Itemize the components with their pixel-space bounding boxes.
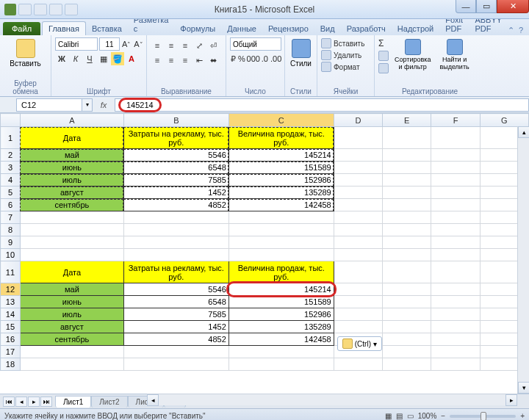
sheet-nav-first[interactable]: ⏮	[3, 397, 15, 407]
view-pagebreak-icon[interactable]: ▭	[407, 412, 414, 420]
scroll-right-button[interactable]: ▸	[505, 394, 517, 406]
font-color-button[interactable]: A	[125, 52, 138, 65]
grid[interactable]: A B C D E F G 1 Дата Затраты на рекламу,…	[0, 113, 529, 371]
merge-button[interactable]: ⬌	[206, 54, 220, 67]
qat-redo[interactable]	[49, 4, 62, 15]
align-top-button[interactable]: ≡	[151, 39, 164, 52]
delete-cells-button[interactable]: Удалить	[321, 49, 370, 61]
percent-button[interactable]: %	[237, 52, 246, 65]
sheet-tab-1[interactable]: Лист1	[55, 396, 91, 408]
sort-filter-button[interactable]: Сортировка и фильтр	[392, 37, 433, 73]
row-1[interactable]: 1	[1, 127, 21, 149]
tab-home[interactable]: Главная	[42, 21, 86, 35]
cell-B14[interactable]: 7585	[123, 308, 228, 321]
paste-button[interactable]: Вставить	[4, 37, 47, 69]
row-11[interactable]: 11	[1, 261, 21, 283]
cell-B16[interactable]: 4852	[123, 333, 228, 346]
cell-C13[interactable]: 151589	[228, 296, 334, 308]
clear-button[interactable]	[378, 62, 389, 74]
cell-B15[interactable]: 1452	[123, 321, 228, 333]
cell-B2[interactable]: 5546	[123, 149, 228, 162]
align-left-button[interactable]: ≡	[151, 54, 164, 67]
cell-A13[interactable]: июнь	[20, 296, 123, 308]
number-format-select[interactable]	[230, 37, 281, 51]
cell-B1[interactable]: Затраты на рекламу, тыс. руб.	[123, 127, 228, 149]
cell-C4[interactable]: 152986	[228, 174, 334, 187]
col-G[interactable]: G	[480, 114, 528, 127]
zoom-out-button[interactable]: −	[441, 412, 445, 420]
maximize-button[interactable]: ▭	[476, 0, 497, 13]
minimize-ribbon-icon[interactable]: ⌃	[508, 26, 514, 35]
cell-C12[interactable]: 145214	[228, 283, 334, 296]
find-select-button[interactable]: Найти и выделить	[436, 37, 472, 73]
tab-review[interactable]: Рецензиро	[262, 22, 314, 35]
scroll-up-button[interactable]: ▴	[518, 126, 529, 138]
cell-A11[interactable]: Дата	[20, 261, 123, 283]
col-B[interactable]: B	[123, 114, 228, 127]
tab-data[interactable]: Данные	[221, 22, 262, 35]
cell-C11[interactable]: Величина продаж, тыс. руб.	[228, 261, 334, 283]
row-6[interactable]: 6	[1, 199, 21, 211]
currency-button[interactable]: ₽	[230, 52, 237, 65]
zoom-level[interactable]: 100%	[418, 412, 437, 420]
cell-B6[interactable]: 4852	[123, 199, 228, 211]
select-all-corner[interactable]	[1, 114, 21, 127]
cell-C14[interactable]: 152986	[228, 308, 334, 321]
tab-addins[interactable]: Надстрой	[392, 22, 439, 35]
insert-cells-button[interactable]: Вставить	[321, 37, 370, 49]
cell-A4[interactable]: июль	[20, 174, 123, 187]
shrink-font-button[interactable]: A˅	[133, 37, 143, 51]
cell-A16[interactable]: сентябрь	[20, 333, 123, 346]
vertical-scrollbar[interactable]: ▴ ▾	[517, 126, 529, 394]
minimize-button[interactable]: —	[456, 0, 476, 13]
italic-button[interactable]: К	[69, 52, 82, 65]
close-button[interactable]: ✕	[497, 0, 529, 13]
cell-A1[interactable]: Дата	[20, 127, 123, 149]
help-icon[interactable]: ?	[519, 26, 523, 35]
row-13[interactable]: 13	[1, 296, 21, 308]
inc-decimal-button[interactable]: .0	[261, 52, 269, 65]
cell-A2[interactable]: май	[20, 149, 123, 162]
qat-dropdown[interactable]	[65, 4, 78, 15]
row-16[interactable]: 16	[1, 333, 21, 346]
wrap-text-button[interactable]: ⏎	[206, 39, 220, 52]
view-normal-icon[interactable]: ▦	[385, 412, 392, 420]
col-F[interactable]: F	[431, 114, 480, 127]
row-15[interactable]: 15	[1, 321, 21, 333]
grow-font-button[interactable]: A˄	[121, 37, 132, 51]
underline-button[interactable]: Ч	[83, 52, 96, 65]
fill-color-button[interactable]: 🪣	[111, 52, 124, 65]
cell-B13[interactable]: 6548	[123, 296, 228, 308]
row-4[interactable]: 4	[1, 174, 21, 187]
scroll-down-button[interactable]: ▾	[518, 382, 529, 394]
cell-styles-button[interactable]: Стили	[289, 37, 313, 69]
row-7[interactable]: 7	[1, 211, 21, 224]
tab-view[interactable]: Вид	[314, 22, 341, 35]
cell-C1[interactable]: Величина продаж, тыс. руб.	[228, 127, 334, 149]
border-button[interactable]: ▦	[97, 52, 110, 65]
cell-A3[interactable]: июнь	[20, 162, 123, 174]
orientation-button[interactable]: ⤢	[192, 39, 206, 52]
align-center-button[interactable]: ≡	[165, 54, 178, 67]
cell-A5[interactable]: август	[20, 187, 123, 199]
row-10[interactable]: 10	[1, 249, 21, 261]
qat-save[interactable]	[18, 4, 32, 15]
name-box[interactable]: C12	[16, 98, 82, 112]
format-cells-button[interactable]: Формат	[321, 61, 370, 73]
paste-options-tag[interactable]: (Ctrl) ▾	[337, 336, 382, 351]
row-5[interactable]: 5	[1, 187, 21, 199]
sheet-nav-last[interactable]: ⏭	[40, 397, 52, 407]
row-18[interactable]: 18	[1, 358, 21, 371]
name-box-dropdown[interactable]: ▾	[82, 98, 93, 112]
indent-dec-button[interactable]: ⇤	[192, 54, 206, 67]
row-9[interactable]: 9	[1, 236, 21, 249]
col-A[interactable]: A	[20, 114, 123, 127]
row-3[interactable]: 3	[1, 162, 21, 174]
fx-button[interactable]: fx	[97, 98, 110, 112]
cell-C15[interactable]: 135289	[228, 321, 334, 333]
sheet-tab-2[interactable]: Лист2	[91, 396, 127, 408]
cell-A14[interactable]: июль	[20, 308, 123, 321]
row-14[interactable]: 14	[1, 308, 21, 321]
cell-C3[interactable]: 151589	[228, 162, 334, 174]
zoom-in-button[interactable]: +	[520, 412, 525, 420]
